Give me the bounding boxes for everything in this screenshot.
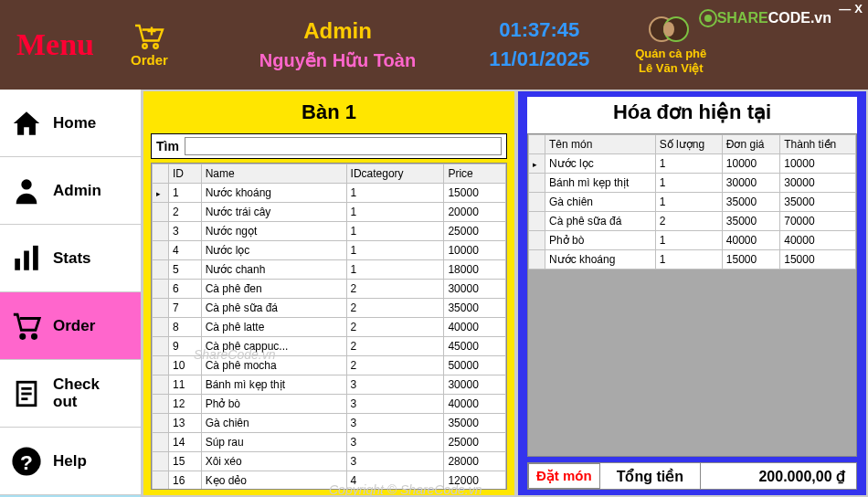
cell-price[interactable]: 40000 bbox=[722, 231, 779, 250]
cell-name[interactable]: Cà phê latte bbox=[201, 318, 346, 337]
cell-name[interactable]: Bánh mì kẹp thịt bbox=[545, 174, 656, 193]
cell-price[interactable]: 25000 bbox=[444, 433, 506, 452]
cell-price[interactable]: 50000 bbox=[444, 356, 506, 375]
cell-id[interactable]: 6 bbox=[169, 280, 202, 299]
cell-price[interactable]: 35000 bbox=[722, 212, 779, 231]
cell-cat[interactable]: 3 bbox=[346, 414, 444, 433]
table-row[interactable]: 8Cà phê latte240000 bbox=[153, 318, 506, 337]
cell-price[interactable]: 10000 bbox=[722, 154, 779, 174]
cell-price[interactable]: 30000 bbox=[444, 375, 506, 395]
cell-cat[interactable]: 1 bbox=[346, 241, 444, 260]
cell-id[interactable]: 14 bbox=[169, 433, 202, 452]
cell-id[interactable]: 2 bbox=[169, 203, 202, 222]
table-row[interactable]: 10Cà phê mocha250000 bbox=[153, 356, 506, 375]
cell-id[interactable]: 13 bbox=[169, 414, 202, 433]
cell-id[interactable]: 16 bbox=[169, 471, 202, 491]
cell-name[interactable]: Nước khoáng bbox=[545, 250, 656, 270]
cell-qty[interactable]: 1 bbox=[655, 154, 722, 174]
cell-id[interactable]: 11 bbox=[169, 375, 202, 395]
cell-name[interactable]: Nước ngọt bbox=[201, 222, 346, 241]
cell-name[interactable]: Phở bò bbox=[545, 231, 656, 250]
minimize-button[interactable]: — bbox=[839, 2, 851, 16]
cell-cat[interactable]: 3 bbox=[346, 433, 444, 452]
cell-price[interactable]: 35000 bbox=[444, 299, 506, 318]
cell-total[interactable]: 10000 bbox=[780, 154, 856, 174]
table-row[interactable]: 3Nước ngọt125000 bbox=[153, 222, 506, 241]
col-id[interactable]: ID bbox=[169, 164, 202, 184]
cell-cat[interactable]: 4 bbox=[346, 471, 444, 491]
cell-price[interactable]: 45000 bbox=[444, 337, 506, 356]
cell-id[interactable]: 1 bbox=[169, 184, 202, 203]
cell-cat[interactable]: 3 bbox=[346, 452, 444, 471]
cell-cat[interactable]: 2 bbox=[346, 299, 444, 318]
cell-price[interactable]: 10000 bbox=[444, 241, 506, 260]
cell-name[interactable]: Cà phê cappuc... bbox=[201, 337, 346, 356]
cell-cat[interactable]: 3 bbox=[346, 395, 444, 414]
cell-name[interactable]: Cà phê sữa đá bbox=[201, 299, 346, 318]
table-row[interactable]: 12Phở bò340000 bbox=[153, 395, 506, 414]
table-row[interactable]: 15Xôi xéo328000 bbox=[153, 452, 506, 471]
col-line-total[interactable]: Thành tiền bbox=[780, 135, 856, 154]
nav-help[interactable]: ? Help bbox=[0, 428, 141, 495]
cell-id[interactable]: 4 bbox=[169, 241, 202, 260]
cell-name[interactable]: Nước chanh bbox=[201, 260, 346, 280]
cell-cat[interactable]: 2 bbox=[346, 280, 444, 299]
col-unit-price[interactable]: Đơn giá bbox=[722, 135, 779, 154]
cell-cat[interactable]: 2 bbox=[346, 337, 444, 356]
cell-qty[interactable]: 1 bbox=[655, 231, 722, 250]
col-price[interactable]: Price bbox=[444, 164, 506, 184]
nav-checkout[interactable]: Checkout bbox=[0, 360, 141, 428]
cell-name[interactable]: Nước trái cây bbox=[201, 203, 346, 222]
table-row[interactable]: 14Súp rau325000 bbox=[153, 433, 506, 452]
cell-price[interactable]: 35000 bbox=[722, 193, 779, 212]
cell-cat[interactable]: 1 bbox=[346, 184, 444, 203]
search-input[interactable] bbox=[185, 137, 502, 155]
cell-name[interactable]: Cà phê đen bbox=[201, 280, 346, 299]
cell-name[interactable]: Nước lọc bbox=[545, 154, 656, 174]
cell-name[interactable]: Kẹo dẻo bbox=[201, 471, 346, 491]
table-row[interactable]: 16Kẹo dẻo412000 bbox=[153, 471, 506, 491]
cell-id[interactable]: 9 bbox=[169, 337, 202, 356]
table-row[interactable]: 6Cà phê đen230000 bbox=[153, 280, 506, 299]
table-row[interactable]: 1Nước khoáng115000 bbox=[153, 184, 506, 203]
cell-price[interactable]: 30000 bbox=[722, 174, 779, 193]
cell-id[interactable]: 3 bbox=[169, 222, 202, 241]
close-button[interactable]: X bbox=[854, 2, 863, 16]
table-row[interactable]: 11Bánh mì kẹp thịt330000 bbox=[153, 375, 506, 395]
table-row[interactable]: Phở bò14000040000 bbox=[529, 231, 856, 250]
table-row[interactable]: 9Cà phê cappuc...245000 bbox=[153, 337, 506, 356]
cell-id[interactable]: 10 bbox=[169, 356, 202, 375]
cell-price[interactable]: 20000 bbox=[444, 203, 506, 222]
cell-price[interactable]: 25000 bbox=[444, 222, 506, 241]
col-category[interactable]: IDcategory bbox=[346, 164, 444, 184]
cell-name[interactable]: Cà phê sữa đá bbox=[545, 212, 656, 231]
invoice-grid[interactable]: Tên món Số lượng Đơn giá Thành tiền Nước… bbox=[527, 133, 857, 457]
nav-admin[interactable]: Admin bbox=[0, 157, 141, 225]
cell-cat[interactable]: 2 bbox=[346, 356, 444, 375]
cell-qty[interactable]: 1 bbox=[655, 193, 722, 212]
table-row[interactable]: Gà chiên13500035000 bbox=[529, 193, 856, 212]
order-header-block[interactable]: Order bbox=[131, 23, 168, 68]
cell-name[interactable]: Súp rau bbox=[201, 433, 346, 452]
table-row[interactable]: 2Nước trái cây120000 bbox=[153, 203, 506, 222]
cell-id[interactable]: 15 bbox=[169, 452, 202, 471]
cell-qty[interactable]: 1 bbox=[655, 174, 722, 193]
menu-grid[interactable]: ID Name IDcategory Price 1Nước khoáng115… bbox=[151, 163, 507, 490]
table-row[interactable]: 13Gà chiên335000 bbox=[153, 414, 506, 433]
table-row[interactable]: Cà phê sữa đá23500070000 bbox=[529, 212, 856, 231]
cell-price[interactable]: 12000 bbox=[444, 471, 506, 491]
table-row[interactable]: 4Nước lọc110000 bbox=[153, 241, 506, 260]
cell-price[interactable]: 30000 bbox=[444, 280, 506, 299]
cell-cat[interactable]: 2 bbox=[346, 318, 444, 337]
table-row[interactable]: Nước lọc11000010000 bbox=[529, 154, 856, 174]
col-item-name[interactable]: Tên món bbox=[545, 135, 656, 154]
cell-price[interactable]: 18000 bbox=[444, 260, 506, 280]
cell-id[interactable]: 5 bbox=[169, 260, 202, 280]
cell-cat[interactable]: 1 bbox=[346, 260, 444, 280]
table-row[interactable]: Bánh mì kẹp thịt13000030000 bbox=[529, 174, 856, 193]
table-row[interactable]: 7Cà phê sữa đá235000 bbox=[153, 299, 506, 318]
cell-total[interactable]: 40000 bbox=[780, 231, 856, 250]
cell-id[interactable]: 8 bbox=[169, 318, 202, 337]
cell-total[interactable]: 70000 bbox=[780, 212, 856, 231]
nav-order[interactable]: Order bbox=[0, 292, 141, 360]
